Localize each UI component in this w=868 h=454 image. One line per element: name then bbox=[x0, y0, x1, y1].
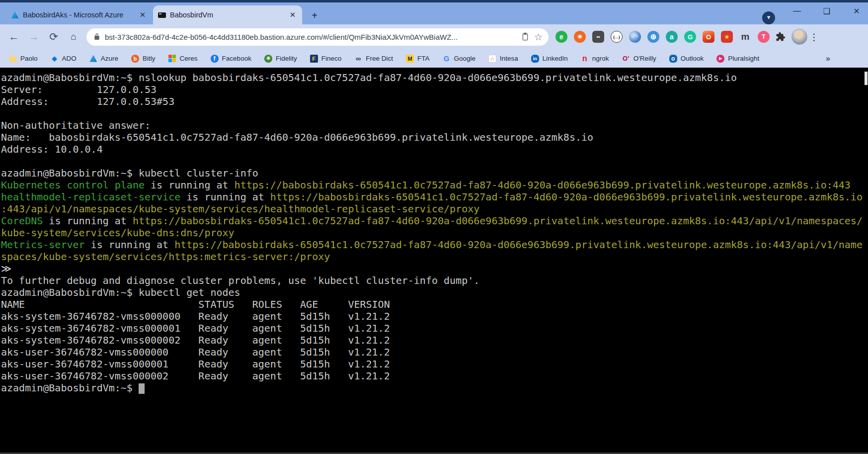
bookmark-label: Azure bbox=[101, 55, 118, 62]
terminal-cursor bbox=[139, 383, 145, 394]
bookmark-linkedin[interactable]: in LinkedIn bbox=[531, 55, 568, 63]
bookmark-star-icon[interactable]: ☆ bbox=[534, 31, 543, 43]
terminal-line: kube-system/services/kube-dns:dns/proxy bbox=[1, 227, 868, 239]
tab-title: BabosbirdAks - Microsoft Azure bbox=[23, 11, 134, 19]
terminal-line: :443/api/v1/namespaces/kube-system/servi… bbox=[1, 203, 868, 215]
bookmark-o-reilly[interactable]: O' O'Reilly bbox=[622, 55, 656, 63]
office-extension-icon[interactable]: O bbox=[703, 31, 714, 43]
bookmark-fidelity[interactable]: ✳ Fidelity bbox=[264, 55, 297, 63]
terminal-line: spaces/kube-system/services/https:metric… bbox=[1, 251, 868, 263]
bookmark-bitly[interactable]: b Bitly bbox=[131, 55, 156, 63]
bookmark-intesa[interactable]: ∩ Intesa bbox=[488, 55, 518, 63]
bookmark-label: Fineco bbox=[321, 55, 342, 62]
bookmark-free-dict[interactable]: ∞ Free Dict bbox=[354, 55, 393, 63]
lock-icon bbox=[93, 33, 100, 41]
bookmark-label: Outlook bbox=[681, 55, 704, 62]
url-text[interactable]: bst-373c802a-6d7d-4c2e-b056-4c4dd31180eb… bbox=[105, 33, 516, 41]
bookmark-fta[interactable]: M FTA bbox=[406, 55, 430, 63]
json-formatter-extension-icon[interactable]: {…} bbox=[611, 31, 623, 43]
terminal-line: To further debug and diagnose cluster pr… bbox=[1, 274, 868, 286]
bookmark-favicon-icon: o bbox=[669, 55, 677, 63]
terminal-line: CoreDNS is running at https://babosbirda… bbox=[1, 215, 868, 227]
back-button[interactable]: ← bbox=[4, 31, 24, 43]
dark-capture-extension-icon[interactable]: •• bbox=[592, 31, 604, 43]
terminal-line: Name: babosbirdaks-650541c1.0c7527ad-fa8… bbox=[1, 131, 868, 143]
bookmark-favicon-icon bbox=[89, 55, 97, 63]
close-tab-icon[interactable]: ✕ bbox=[138, 10, 147, 19]
terminal-line: azadmin@BabosbirdVm:~$ kubectl get nodes bbox=[1, 286, 868, 298]
tab-title: BabosbirdVm bbox=[170, 11, 284, 19]
bookmarks-bar: Paolo ◆ ADO Azure b Bitly Ceres f Facebo… bbox=[0, 49, 868, 68]
bookmark-outlook[interactable]: o Outlook bbox=[669, 55, 704, 63]
clipboard-icon[interactable] bbox=[521, 32, 529, 41]
new-tab-button[interactable]: + bbox=[308, 9, 321, 22]
bookmark-ado[interactable]: ◆ ADO bbox=[51, 55, 77, 63]
tab-babosbirdaks[interactable]: BabosbirdAks - Microsoft Azure ✕ bbox=[6, 5, 152, 24]
medium-m-extension-icon[interactable]: m bbox=[739, 31, 751, 43]
blue-swirl-extension-icon[interactable]: ◠ bbox=[629, 31, 641, 43]
bookmark-azure[interactable]: Azure bbox=[89, 55, 118, 63]
terminal-line: Server: 127.0.0.53 bbox=[1, 84, 868, 95]
bookmark-favicon-icon: ✳ bbox=[264, 55, 272, 63]
red-folder-star-extension-icon[interactable]: ★ bbox=[721, 31, 733, 43]
terminal-line: aks-user-36746782-vmss000000 Ready agent… bbox=[1, 346, 868, 358]
bookmark-favicon-icon: M bbox=[406, 55, 414, 63]
bookmark-ngrok[interactable]: n ngrok bbox=[581, 55, 609, 63]
terminal-line: Non-authoritative answer: bbox=[1, 119, 868, 131]
bookmark-label: ADO bbox=[62, 55, 77, 62]
bookmark-google[interactable]: G Google bbox=[442, 55, 475, 63]
terminal-line: aks-system-36746782-vmss000002 Ready age… bbox=[1, 334, 868, 346]
bookmark-facebook[interactable]: f Facebook bbox=[211, 55, 251, 63]
bookmark-fineco[interactable]: F Fineco bbox=[310, 55, 342, 63]
bookmark-label: Pluralsight bbox=[728, 55, 759, 62]
globe-download-extension-icon[interactable]: ⊕ bbox=[647, 31, 659, 43]
bookmark-favicon-icon bbox=[168, 55, 176, 63]
maximize-button[interactable]: ❑ bbox=[819, 6, 834, 16]
grammarly-extension-icon[interactable]: G bbox=[684, 31, 696, 43]
terminal-favicon-icon bbox=[158, 11, 166, 19]
bookmark-ceres[interactable]: Ceres bbox=[168, 55, 198, 63]
close-tab-icon[interactable]: ✕ bbox=[288, 10, 297, 19]
address-bar[interactable]: bst-373c802a-6d7d-4c2e-b056-4c4dd31180eb… bbox=[86, 28, 549, 46]
terminal-line: Kubernetes control plane is running at h… bbox=[1, 179, 868, 191]
bookmark-pluralsight[interactable]: ▶ Pluralsight bbox=[716, 55, 759, 63]
tab-search-button[interactable]: ▾ bbox=[762, 11, 775, 24]
teal-a-extension-icon[interactable]: a bbox=[666, 31, 678, 43]
tab-strip: BabosbirdAks - Microsoft Azure ✕ Babosbi… bbox=[0, 2, 868, 24]
orange-burst-extension-icon[interactable]: ✳ bbox=[574, 31, 586, 43]
home-button[interactable]: ⌂ bbox=[64, 31, 83, 42]
bookmark-label: Free Dict bbox=[366, 55, 393, 62]
bookmark-label: LinkedIn bbox=[543, 55, 568, 62]
bastion-terminal[interactable]: azadmin@BabosbirdVm:~$ nslookup babosbir… bbox=[0, 68, 868, 453]
bookmark-label: Intesa bbox=[500, 55, 518, 62]
extensions-puzzle-icon[interactable] bbox=[776, 32, 786, 42]
terminal-line bbox=[1, 155, 868, 167]
bookmarks-overflow-chevron[interactable]: » bbox=[826, 54, 830, 63]
bookmark-favicon-icon: b bbox=[131, 55, 139, 63]
forward-button[interactable]: → bbox=[24, 31, 44, 43]
terminal-line: Address: 127.0.0.53#53 bbox=[1, 95, 868, 107]
pink-t-extension-icon[interactable]: T bbox=[758, 31, 770, 43]
close-window-button[interactable]: ✕ bbox=[849, 6, 864, 16]
window-controls: — ❑ ✕ bbox=[789, 6, 864, 16]
bookmark-favicon-icon: O' bbox=[622, 55, 630, 63]
terminal-line: azadmin@BabosbirdVm:~$ nslookup babosbir… bbox=[1, 72, 868, 84]
bookmark-favicon-icon: ▶ bbox=[716, 55, 724, 63]
evernote-extension-icon[interactable]: e bbox=[555, 31, 567, 43]
bookmark-favicon-icon: ◆ bbox=[51, 55, 59, 63]
terminal-line: azadmin@BabosbirdVm:~$ bbox=[1, 382, 868, 394]
profile-avatar[interactable] bbox=[791, 29, 807, 45]
minimize-button[interactable]: — bbox=[789, 6, 804, 16]
browser-toolbar: ← → ⟳ ⌂ bst-373c802a-6d7d-4c2e-b056-4c4d… bbox=[0, 24, 868, 49]
bookmark-favicon-icon: ∞ bbox=[354, 55, 362, 63]
tab-babosbirdvm[interactable]: BabosbirdVm ✕ bbox=[153, 5, 302, 24]
bookmark-label: Ceres bbox=[180, 55, 198, 62]
bookmark-favicon-icon: in bbox=[531, 55, 539, 63]
terminal-scrollbar-thumb[interactable] bbox=[865, 72, 868, 85]
reload-button[interactable]: ⟳ bbox=[44, 31, 64, 43]
browser-menu-icon[interactable]: ⋮ bbox=[809, 31, 819, 43]
terminal-line: NAME STATUS ROLES AGE VERSION bbox=[1, 298, 868, 310]
bookmark-paolo[interactable]: Paolo bbox=[9, 55, 38, 63]
bookmark-label: Fidelity bbox=[276, 55, 297, 62]
bookmark-favicon-icon: n bbox=[581, 55, 589, 63]
